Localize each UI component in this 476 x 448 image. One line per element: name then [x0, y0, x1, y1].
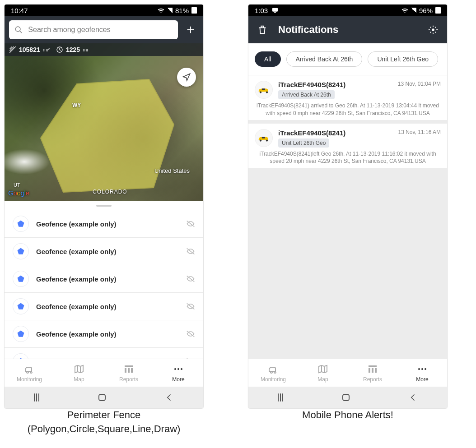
filter-arrived[interactable]: Arrived Back At 26th [286, 51, 363, 67]
svg-point-18 [181, 368, 182, 370]
search-icon [14, 25, 23, 34]
svg-rect-19 [272, 8, 278, 12]
nav-more[interactable]: More [397, 359, 447, 387]
map-label-ut: UT [14, 182, 20, 188]
svg-point-22 [266, 92, 268, 93]
nav-monitoring[interactable]: Monitoring [5, 359, 54, 387]
nav-reports[interactable]: Reports [348, 359, 397, 387]
svg-point-33 [425, 368, 426, 370]
svg-line-1 [19, 31, 22, 33]
back-button[interactable] [409, 393, 418, 402]
notifications-header: Notifications [248, 16, 447, 43]
map-icon [74, 364, 84, 374]
list-item[interactable]: Geofence (example only) [5, 293, 203, 320]
svg-point-32 [421, 368, 423, 370]
notification-tag: Arrived Back At 26th [278, 90, 335, 99]
drag-handle[interactable] [5, 201, 203, 210]
signal-icon [411, 8, 416, 13]
filter-left[interactable]: Unit Left 26th Geo [368, 51, 438, 67]
search-input[interactable] [27, 25, 173, 34]
vehicle-icon [255, 129, 273, 147]
map-label-wy: WY [72, 102, 81, 108]
svg-marker-7 [18, 248, 24, 254]
notification-list: iTrackEF4940S(8241) 13 Nov, 01:04 PM Arr… [248, 75, 447, 359]
bottom-nav: Monitoring Map Reports More [248, 359, 447, 387]
geofence-shape-icon [13, 271, 29, 287]
list-item[interactable]: Geofence (example only) [5, 265, 203, 293]
nav-more[interactable]: More [154, 359, 203, 387]
list-item[interactable]: Geofence (example only) [5, 320, 203, 348]
notification-desc: iTrackEF4940S(8241) arrived to Geo 26th.… [255, 102, 441, 117]
visibility-off-icon[interactable] [186, 219, 195, 228]
nav-monitoring[interactable]: Monitoring [248, 359, 298, 387]
visibility-off-icon[interactable] [186, 274, 195, 283]
recent-apps-button[interactable] [278, 393, 283, 402]
list-item[interactable]: Geofence (example only) [5, 348, 203, 359]
geofence-list: Geofence (example only) Geofence (exampl… [5, 210, 203, 359]
svg-marker-8 [18, 276, 24, 282]
plus-icon [186, 25, 196, 35]
reports-icon [367, 364, 378, 374]
map-view[interactable]: 105821 mi² 1225 mi WY United States UT C… [5, 43, 203, 201]
notification-card[interactable]: iTrackEF4940S(8241) 13 Nov, 01:04 PM Arr… [248, 75, 447, 120]
status-bar: 1:03 96% [248, 5, 447, 16]
notification-desc: iTrackEF4940S(8241)left Geo 26th. At 11-… [255, 150, 441, 166]
vehicle-icon [255, 81, 273, 99]
wifi-icon [158, 7, 164, 14]
google-logo: Google [8, 189, 29, 197]
notification-title: iTrackEF4940S(8241) [278, 81, 345, 88]
nav-map[interactable]: Map [298, 359, 348, 387]
home-button[interactable] [342, 394, 350, 401]
home-button[interactable] [98, 394, 106, 401]
status-bar: 10:47 81% [5, 5, 203, 16]
length-icon [56, 46, 63, 53]
notification-card[interactable]: iTrackEF4940S(8241) 13 Nov, 11:16 AM Uni… [248, 124, 447, 168]
svg-marker-9 [18, 303, 24, 309]
system-nav [5, 387, 203, 408]
svg-rect-14 [128, 368, 130, 373]
filter-chips: All Arrived Back At 26th Unit Left 26th … [248, 43, 447, 75]
left-caption: Perimeter Fence (Polygon,Circle,Square,L… [5, 408, 203, 436]
svg-point-21 [260, 92, 261, 93]
battery-pct: 96% [419, 7, 433, 14]
back-button[interactable] [165, 393, 174, 402]
svg-rect-12 [125, 365, 133, 367]
delete-button[interactable] [257, 25, 267, 35]
geofence-name: Geofence (example only) [36, 248, 179, 255]
area-value: 105821 [19, 46, 40, 53]
visibility-off-icon[interactable] [186, 302, 195, 311]
svg-rect-26 [262, 137, 265, 139]
svg-point-0 [15, 27, 20, 32]
geofence-shape-icon [13, 326, 29, 342]
locate-icon [182, 73, 191, 82]
more-icon [173, 364, 184, 374]
length-value: 1225 [66, 46, 80, 53]
visibility-off-icon[interactable] [186, 329, 195, 338]
list-item[interactable]: Geofence (example only) [5, 238, 203, 265]
geofence-screen: 10:47 81% 105821 mi² [5, 5, 203, 408]
geofence-polygon[interactable] [23, 61, 176, 197]
visibility-off-icon[interactable] [186, 247, 195, 256]
notifications-screen: 1:03 96% Notifications All Arrived Back … [248, 5, 447, 408]
svg-marker-6 [18, 221, 24, 227]
nav-reports[interactable]: Reports [104, 359, 154, 387]
locate-me-button[interactable] [177, 68, 196, 87]
svg-rect-27 [369, 365, 377, 367]
svg-rect-29 [372, 368, 373, 373]
nav-map[interactable]: Map [54, 359, 104, 387]
search-box[interactable] [9, 20, 178, 39]
list-item[interactable]: Geofence (example only) [5, 210, 203, 238]
visibility-off-icon[interactable] [186, 357, 195, 359]
signal-icon [167, 8, 173, 13]
notification-time: 13 Nov, 01:04 PM [398, 81, 441, 87]
recent-apps-button[interactable] [34, 393, 39, 402]
map-stats-bar: 105821 mi² 1225 mi [5, 43, 203, 56]
svg-rect-28 [369, 368, 370, 373]
svg-marker-5 [41, 79, 174, 192]
svg-rect-15 [131, 368, 133, 373]
settings-button[interactable] [428, 25, 438, 35]
filter-all[interactable]: All [255, 51, 281, 67]
add-geofence-button[interactable] [182, 22, 199, 38]
area-icon [9, 46, 16, 53]
svg-point-17 [177, 368, 179, 370]
